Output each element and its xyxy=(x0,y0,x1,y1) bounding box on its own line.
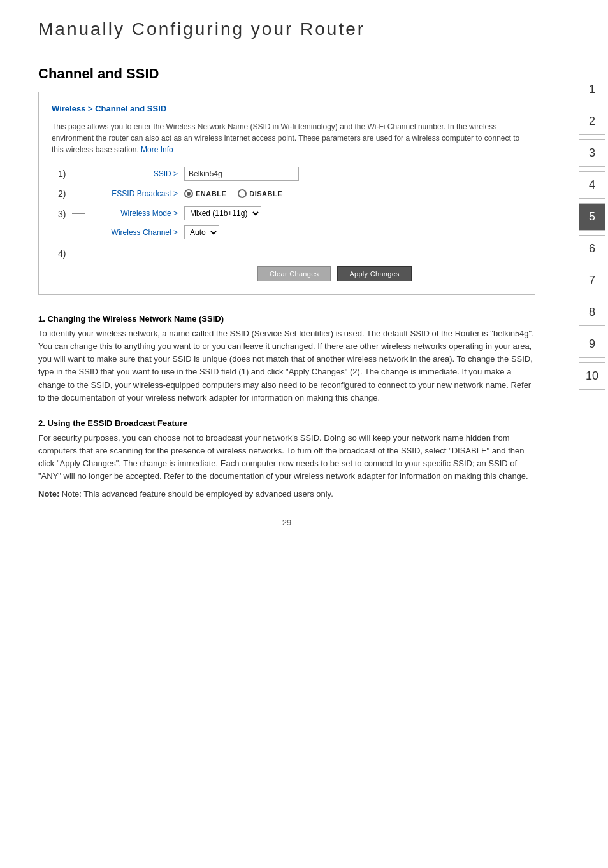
wireless-mode-line xyxy=(72,213,85,214)
wireless-channel-row: Wireless Channel > Auto 123 456 789 1011 xyxy=(72,225,261,239)
body-section-2-title: 2. Using the ESSID Broadcast Feature xyxy=(38,418,535,428)
essid-disable-label: DISABLE xyxy=(249,190,282,197)
sidebar-num-2[interactable]: 2 xyxy=(579,108,605,135)
row2-line xyxy=(72,194,85,194)
body-section-1-title: 1. Changing the Wireless Network Name (S… xyxy=(38,314,535,324)
body-section-1-text: To identify your wireless network, a nam… xyxy=(38,327,535,404)
ui-box-title: Wireless > Channel and SSID xyxy=(52,104,522,113)
apply-changes-button[interactable]: Apply Changes xyxy=(337,266,412,281)
section-heading: Channel and SSID xyxy=(38,66,535,82)
row-number-4: 4) xyxy=(58,248,72,259)
buttons-row: Clear Changes Apply Changes xyxy=(58,266,522,281)
more-info-link[interactable]: More Info xyxy=(141,145,173,154)
sidebar-num-7[interactable]: 7 xyxy=(579,267,605,294)
body-section-2: 2. Using the ESSID Broadcast Feature For… xyxy=(38,418,535,499)
ui-config-box: Wireless > Channel and SSID This page al… xyxy=(38,92,535,295)
essid-disable-option[interactable]: DISABLE xyxy=(238,189,282,198)
row-number-2: 2) xyxy=(58,189,72,199)
clear-changes-button[interactable]: Clear Changes xyxy=(257,266,331,281)
right-sidebar: 1 2 3 4 5 section 6 7 8 9 10 xyxy=(576,76,608,395)
essid-enable-radio[interactable] xyxy=(184,189,193,198)
ssid-input[interactable] xyxy=(184,167,299,181)
form-container: 1) SSID > 2) ESSID Broadcast > ENABLE xyxy=(52,167,522,281)
wireless-mode-select[interactable]: Mixed (11b+11g) 802.11b only 802.11g onl… xyxy=(184,206,261,220)
sidebar-num-9[interactable]: 9 xyxy=(579,331,605,358)
row4: 4) xyxy=(58,247,522,260)
essid-enable-option[interactable]: ENABLE xyxy=(184,189,226,198)
row1-line xyxy=(72,174,85,174)
sidebar-num-10[interactable]: 10 xyxy=(579,363,605,390)
body-section-1: 1. Changing the Wireless Network Name (S… xyxy=(38,314,535,404)
body-section-2-text: For security purposes, you can choose no… xyxy=(38,432,535,483)
essid-enable-label: ENABLE xyxy=(196,190,226,197)
wireless-channel-select[interactable]: Auto 123 456 789 1011 xyxy=(184,225,219,239)
wireless-row: 3) Wireless Mode > Mixed (11b+11g) 802.1… xyxy=(58,206,522,239)
wireless-mode-row: Wireless Mode > Mixed (11b+11g) 802.11b … xyxy=(72,206,261,220)
row-number-1: 1) xyxy=(58,169,72,179)
row-number-3: 3) xyxy=(58,209,72,219)
wireless-channel-spacer xyxy=(72,232,85,233)
page-number: 29 xyxy=(38,518,535,527)
sidebar-num-3[interactable]: 3 xyxy=(579,140,605,167)
wireless-channel-label: Wireless Channel > xyxy=(89,228,184,237)
essid-radio-group: ENABLE DISABLE xyxy=(184,189,282,198)
ui-box-description: This page allows you to enter the Wirele… xyxy=(52,121,522,155)
essid-row: 2) ESSID Broadcast > ENABLE DISABLE xyxy=(58,189,522,199)
sidebar-num-5[interactable]: 5 section xyxy=(579,204,605,231)
wireless-subrows: Wireless Mode > Mixed (11b+11g) 802.11b … xyxy=(72,206,261,239)
essid-disable-radio[interactable] xyxy=(238,189,247,198)
sidebar-num-6[interactable]: 6 xyxy=(579,236,605,262)
page-title: Manually Configuring your Router xyxy=(38,19,535,46)
sidebar-num-8[interactable]: 8 xyxy=(579,299,605,326)
note-text: Note: Note: This advanced feature should… xyxy=(38,489,535,499)
ssid-row: 1) SSID > xyxy=(58,167,522,181)
wireless-mode-label: Wireless Mode > xyxy=(89,209,184,218)
sidebar-num-1[interactable]: 1 xyxy=(579,76,605,103)
ssid-label: SSID > xyxy=(89,169,184,178)
sidebar-num-4[interactable]: 4 xyxy=(579,172,605,199)
essid-label: ESSID Broadcast > xyxy=(89,189,184,198)
